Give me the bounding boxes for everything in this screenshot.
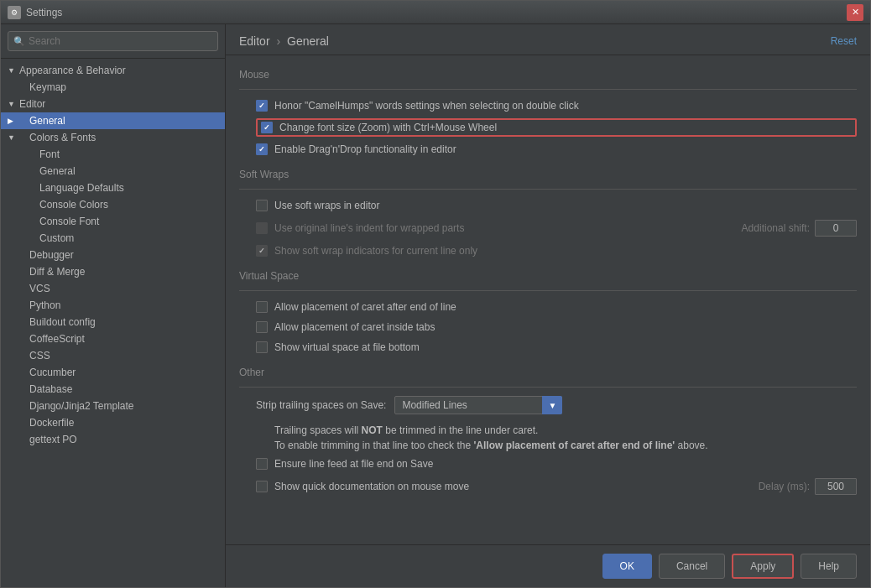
allow-placement-eol-checkbox[interactable] bbox=[256, 301, 268, 313]
ok-button[interactable]: OK bbox=[602, 554, 652, 579]
trailing-not-text: NOT bbox=[362, 424, 383, 436]
search-wrap: 🔍 bbox=[8, 31, 218, 51]
sidebar-item-label: Python bbox=[19, 299, 60, 311]
sidebar-item-buildout[interactable]: Buildout config bbox=[1, 314, 225, 330]
use-original-indent-row: Use original line's indent for wrapped p… bbox=[256, 218, 857, 238]
change-font-size-label: Change font size (Zoom) with Ctrl+Mouse … bbox=[279, 122, 497, 133]
use-original-indent-checkbox[interactable] bbox=[256, 222, 268, 234]
sidebar-item-label: General bbox=[19, 115, 65, 127]
sidebar-item-label: Editor bbox=[19, 98, 45, 110]
sidebar-item-label: Font bbox=[19, 148, 60, 160]
show-quick-doc-label: Show quick documentation on mouse move bbox=[274, 481, 469, 492]
sidebar-item-colors-fonts[interactable]: ▼ Colors & Fonts bbox=[1, 129, 225, 146]
allow-placement-eol-row: Allow placement of caret after end of li… bbox=[256, 299, 857, 315]
use-soft-wraps-row: Use soft wraps in editor bbox=[256, 198, 857, 213]
search-box: 🔍 bbox=[1, 24, 225, 59]
sidebar-item-label: Keymap bbox=[19, 81, 66, 93]
sidebar-item-console-colors[interactable]: Console Colors bbox=[1, 196, 225, 213]
arrow-icon: ▼ bbox=[8, 66, 18, 75]
enable-drag-drop-label: Enable Drag'n'Drop functionality in edit… bbox=[274, 143, 456, 155]
allow-placement-eol-label: Allow placement of caret after end of li… bbox=[274, 301, 456, 313]
checkmark-icon: ✓ bbox=[258, 145, 265, 154]
sidebar-item-debugger[interactable]: Debugger bbox=[1, 247, 225, 263]
sidebar-item-database[interactable]: Database bbox=[1, 381, 225, 398]
sidebar-item-label: Cucumber bbox=[19, 367, 76, 378]
show-soft-wrap-checkbox[interactable]: ✓ bbox=[256, 245, 268, 257]
use-original-indent-label: Use original line's indent for wrapped p… bbox=[274, 222, 464, 234]
sidebar-item-python[interactable]: Python bbox=[1, 297, 225, 314]
content-area: 🔍 ▼ Appearance & Behavior Keymap ▼ bbox=[1, 24, 870, 587]
show-quick-doc-row: Show quick documentation on mouse move D… bbox=[256, 476, 857, 497]
sidebar-item-general-sub[interactable]: General bbox=[1, 163, 225, 180]
sidebar-item-keymap[interactable]: Keymap bbox=[1, 79, 225, 96]
sidebar-item-custom[interactable]: Custom bbox=[1, 230, 225, 247]
sidebar-item-django[interactable]: Django/Jinja2 Template bbox=[1, 398, 225, 414]
virtual-space-divider bbox=[239, 290, 857, 291]
breadcrumb-child: General bbox=[287, 34, 329, 48]
sidebar-item-label: Custom bbox=[19, 232, 74, 244]
virtual-space-section-title: Virtual Space bbox=[239, 270, 857, 282]
title-bar: ⚙ Settings ✕ bbox=[1, 1, 870, 24]
delay-input[interactable] bbox=[815, 478, 857, 495]
sidebar-item-cucumber[interactable]: Cucumber bbox=[1, 364, 225, 381]
change-font-size-checkbox[interactable]: ✓ bbox=[261, 122, 273, 133]
allow-placement-tabs-checkbox[interactable] bbox=[256, 321, 268, 333]
trailing-note-2: be trimmed in the line under caret. bbox=[383, 424, 538, 436]
mouse-section-title: Mouse bbox=[239, 69, 857, 81]
ensure-line-feed-row: Ensure line feed at file end on Save bbox=[256, 456, 857, 471]
enable-drag-drop-checkbox[interactable]: ✓ bbox=[256, 143, 268, 155]
app-icon: ⚙ bbox=[8, 6, 21, 19]
strip-dropdown[interactable]: None All Modified Lines bbox=[394, 396, 562, 414]
arrow-icon: ▼ bbox=[8, 133, 18, 142]
close-button[interactable]: ✕ bbox=[847, 4, 863, 21]
ensure-line-feed-label: Ensure line feed at file end on Save bbox=[274, 458, 433, 470]
trailing-note-4: above. bbox=[675, 440, 707, 451]
sidebar-item-dockerfile[interactable]: Dockerfile bbox=[1, 414, 225, 431]
sidebar-item-label: Debugger bbox=[19, 249, 74, 261]
main-header: Editor › General Reset bbox=[226, 24, 870, 55]
sidebar-item-label: Console Colors bbox=[19, 199, 108, 211]
sidebar-item-label: CSS bbox=[19, 350, 50, 362]
sidebar-item-css[interactable]: CSS bbox=[1, 347, 225, 364]
show-virtual-space-checkbox[interactable] bbox=[256, 341, 268, 353]
reset-button[interactable]: Reset bbox=[831, 35, 857, 47]
sidebar-item-label: CoffeeScript bbox=[19, 333, 85, 345]
apply-button[interactable]: Apply bbox=[732, 554, 794, 579]
other-options: Strip trailing spaces on Save: None All … bbox=[239, 396, 857, 497]
cancel-button[interactable]: Cancel bbox=[659, 554, 725, 579]
additional-shift-input[interactable] bbox=[815, 220, 857, 237]
trailing-note-link: 'Allow placement of caret after end of l… bbox=[473, 440, 675, 451]
sidebar: 🔍 ▼ Appearance & Behavior Keymap ▼ bbox=[1, 24, 226, 587]
sidebar-item-language-defaults[interactable]: Language Defaults bbox=[1, 180, 225, 196]
search-input[interactable] bbox=[8, 31, 218, 51]
sidebar-item-appearance[interactable]: ▼ Appearance & Behavior bbox=[1, 62, 225, 79]
ensure-line-feed-checkbox[interactable] bbox=[256, 458, 268, 470]
sidebar-item-label: Buildout config bbox=[19, 316, 96, 328]
arrow-icon: ▼ bbox=[8, 100, 18, 108]
use-soft-wraps-checkbox[interactable] bbox=[256, 200, 268, 211]
change-font-size-row: ✓ Change font size (Zoom) with Ctrl+Mous… bbox=[256, 118, 857, 137]
mouse-options: ✓ Honor "CamelHumps" words settings when… bbox=[239, 98, 857, 157]
sidebar-item-diff-merge[interactable]: Diff & Merge bbox=[1, 263, 225, 280]
sidebar-item-general[interactable]: ▶ General bbox=[1, 112, 225, 129]
sidebar-item-label: Colors & Fonts bbox=[19, 132, 96, 143]
sidebar-item-gettext[interactable]: gettext PO bbox=[1, 431, 225, 448]
sidebar-item-font[interactable]: Font bbox=[1, 146, 225, 163]
trailing-note: Trailing spaces will NOT be trimmed in t… bbox=[256, 419, 857, 456]
show-quick-doc-checkbox[interactable] bbox=[256, 481, 268, 492]
delay-container: Delay (ms): bbox=[759, 478, 857, 495]
show-virtual-space-row: Show virtual space at file bottom bbox=[256, 340, 857, 355]
help-button[interactable]: Help bbox=[801, 554, 857, 579]
breadcrumb: Editor › General bbox=[239, 34, 329, 48]
enable-drag-drop-row: ✓ Enable Drag'n'Drop functionality in ed… bbox=[256, 142, 857, 157]
other-divider bbox=[239, 387, 857, 388]
sidebar-item-label: gettext PO bbox=[19, 434, 77, 445]
show-soft-wrap-row: ✓ Show soft wrap indicators for current … bbox=[256, 243, 857, 258]
sidebar-item-vcs[interactable]: VCS bbox=[1, 280, 225, 297]
honor-camelhumps-checkbox[interactable]: ✓ bbox=[256, 100, 268, 112]
strip-trailing-row: Strip trailing spaces on Save: None All … bbox=[256, 396, 857, 414]
sidebar-item-coffeescript[interactable]: CoffeeScript bbox=[1, 330, 225, 347]
sidebar-item-editor[interactable]: ▼ Editor bbox=[1, 96, 225, 112]
additional-shift-container: Additional shift: bbox=[742, 220, 857, 237]
sidebar-item-console-font[interactable]: Console Font bbox=[1, 213, 225, 230]
